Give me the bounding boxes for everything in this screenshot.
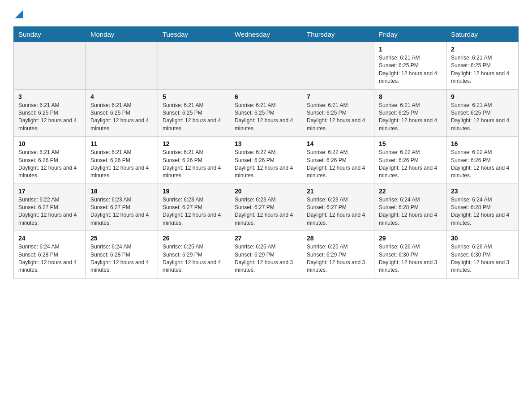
calendar-cell: 12Sunrise: 6:21 AMSunset: 6:26 PMDayligh… bbox=[158, 137, 230, 184]
day-number: 27 bbox=[235, 235, 297, 242]
calendar-cell: 13Sunrise: 6:22 AMSunset: 6:26 PMDayligh… bbox=[230, 137, 302, 184]
calendar-cell: 24Sunrise: 6:24 AMSunset: 6:28 PMDayligh… bbox=[14, 231, 86, 278]
day-info: Sunrise: 6:21 AMSunset: 6:25 PMDaylight:… bbox=[307, 102, 365, 132]
day-number: 30 bbox=[451, 235, 514, 242]
day-info: Sunrise: 6:26 AMSunset: 6:30 PMDaylight:… bbox=[451, 244, 509, 273]
day-info: Sunrise: 6:25 AMSunset: 6:29 PMDaylight:… bbox=[235, 244, 293, 273]
day-number: 25 bbox=[90, 235, 153, 242]
calendar-cell: 21Sunrise: 6:23 AMSunset: 6:27 PMDayligh… bbox=[302, 184, 374, 231]
day-number: 4 bbox=[90, 93, 153, 100]
day-info: Sunrise: 6:21 AMSunset: 6:26 PMDaylight:… bbox=[90, 149, 149, 179]
calendar-cell: 3Sunrise: 6:21 AMSunset: 6:25 PMDaylight… bbox=[14, 89, 86, 137]
calendar-cell: 16Sunrise: 6:22 AMSunset: 6:26 PMDayligh… bbox=[446, 137, 519, 184]
day-number: 15 bbox=[379, 140, 442, 147]
day-info: Sunrise: 6:22 AMSunset: 6:26 PMDaylight:… bbox=[379, 149, 437, 179]
weekday-header-thursday: Thursday bbox=[302, 27, 374, 42]
calendar-cell: 30Sunrise: 6:26 AMSunset: 6:30 PMDayligh… bbox=[446, 231, 519, 278]
day-number: 19 bbox=[163, 188, 225, 195]
day-info: Sunrise: 6:21 AMSunset: 6:25 PMDaylight:… bbox=[163, 102, 221, 132]
day-info: Sunrise: 6:21 AMSunset: 6:25 PMDaylight:… bbox=[235, 102, 293, 132]
weekday-header-friday: Friday bbox=[374, 27, 446, 42]
weekday-header-monday: Monday bbox=[86, 27, 158, 42]
calendar-cell: 22Sunrise: 6:24 AMSunset: 6:28 PMDayligh… bbox=[374, 184, 446, 231]
calendar-cell: 19Sunrise: 6:23 AMSunset: 6:27 PMDayligh… bbox=[158, 184, 230, 231]
day-number: 14 bbox=[307, 140, 369, 147]
calendar-cell: 25Sunrise: 6:24 AMSunset: 6:28 PMDayligh… bbox=[86, 231, 158, 278]
day-info: Sunrise: 6:23 AMSunset: 6:27 PMDaylight:… bbox=[307, 197, 365, 226]
calendar-cell: 26Sunrise: 6:25 AMSunset: 6:29 PMDayligh… bbox=[158, 231, 230, 278]
day-info: Sunrise: 6:21 AMSunset: 6:25 PMDaylight:… bbox=[451, 55, 509, 84]
calendar-cell: 1Sunrise: 6:21 AMSunset: 6:25 PMDaylight… bbox=[374, 42, 446, 90]
calendar-table: SundayMondayTuesdayWednesdayThursdayFrid… bbox=[13, 26, 519, 278]
day-info: Sunrise: 6:22 AMSunset: 6:26 PMDaylight:… bbox=[451, 149, 509, 179]
day-number: 21 bbox=[307, 188, 369, 195]
day-info: Sunrise: 6:24 AMSunset: 6:28 PMDaylight:… bbox=[90, 244, 149, 273]
page-header bbox=[13, 9, 519, 19]
day-number: 16 bbox=[451, 140, 514, 147]
calendar-week-2: 3Sunrise: 6:21 AMSunset: 6:25 PMDaylight… bbox=[14, 89, 519, 137]
calendar-cell: 11Sunrise: 6:21 AMSunset: 6:26 PMDayligh… bbox=[86, 137, 158, 184]
day-number: 9 bbox=[451, 93, 514, 100]
day-info: Sunrise: 6:24 AMSunset: 6:28 PMDaylight:… bbox=[379, 197, 437, 226]
day-info: Sunrise: 6:25 AMSunset: 6:29 PMDaylight:… bbox=[163, 244, 221, 273]
calendar-cell bbox=[230, 42, 302, 90]
logo bbox=[13, 9, 30, 19]
svg-marker-0 bbox=[15, 10, 23, 18]
day-info: Sunrise: 6:21 AMSunset: 6:25 PMDaylight:… bbox=[90, 102, 149, 132]
calendar-cell: 18Sunrise: 6:23 AMSunset: 6:27 PMDayligh… bbox=[86, 184, 158, 231]
day-info: Sunrise: 6:24 AMSunset: 6:28 PMDaylight:… bbox=[18, 244, 77, 273]
day-number: 20 bbox=[235, 188, 297, 195]
day-number: 1 bbox=[379, 46, 442, 53]
day-number: 23 bbox=[451, 188, 514, 195]
day-info: Sunrise: 6:21 AMSunset: 6:26 PMDaylight:… bbox=[163, 149, 221, 179]
calendar-cell: 4Sunrise: 6:21 AMSunset: 6:25 PMDaylight… bbox=[86, 89, 158, 137]
calendar-cell: 27Sunrise: 6:25 AMSunset: 6:29 PMDayligh… bbox=[230, 231, 302, 278]
day-number: 29 bbox=[379, 235, 442, 242]
calendar-cell bbox=[302, 42, 374, 90]
day-info: Sunrise: 6:24 AMSunset: 6:28 PMDaylight:… bbox=[451, 197, 509, 226]
day-number: 3 bbox=[18, 93, 81, 100]
day-number: 22 bbox=[379, 188, 442, 195]
calendar-cell: 10Sunrise: 6:21 AMSunset: 6:26 PMDayligh… bbox=[14, 137, 86, 184]
calendar-cell: 8Sunrise: 6:21 AMSunset: 6:25 PMDaylight… bbox=[374, 89, 446, 137]
calendar-week-1: 1Sunrise: 6:21 AMSunset: 6:25 PMDaylight… bbox=[14, 42, 519, 90]
day-info: Sunrise: 6:23 AMSunset: 6:27 PMDaylight:… bbox=[235, 197, 293, 226]
day-number: 24 bbox=[18, 235, 81, 242]
day-info: Sunrise: 6:23 AMSunset: 6:27 PMDaylight:… bbox=[163, 197, 221, 226]
calendar-cell: 28Sunrise: 6:25 AMSunset: 6:29 PMDayligh… bbox=[302, 231, 374, 278]
day-number: 12 bbox=[163, 140, 225, 147]
day-info: Sunrise: 6:21 AMSunset: 6:25 PMDaylight:… bbox=[379, 55, 437, 84]
day-info: Sunrise: 6:21 AMSunset: 6:25 PMDaylight:… bbox=[451, 102, 509, 132]
weekday-header-row: SundayMondayTuesdayWednesdayThursdayFrid… bbox=[14, 27, 519, 42]
day-number: 28 bbox=[307, 235, 369, 242]
day-info: Sunrise: 6:26 AMSunset: 6:30 PMDaylight:… bbox=[379, 244, 437, 273]
calendar-cell: 17Sunrise: 6:22 AMSunset: 6:27 PMDayligh… bbox=[14, 184, 86, 231]
day-info: Sunrise: 6:22 AMSunset: 6:27 PMDaylight:… bbox=[18, 197, 77, 226]
weekday-header-saturday: Saturday bbox=[446, 27, 519, 42]
calendar-cell bbox=[86, 42, 158, 90]
calendar-cell: 6Sunrise: 6:21 AMSunset: 6:25 PMDaylight… bbox=[230, 89, 302, 137]
calendar-cell: 9Sunrise: 6:21 AMSunset: 6:25 PMDaylight… bbox=[446, 89, 519, 137]
day-number: 2 bbox=[451, 46, 514, 53]
day-number: 26 bbox=[163, 235, 225, 242]
weekday-header-sunday: Sunday bbox=[14, 27, 86, 42]
calendar-cell: 15Sunrise: 6:22 AMSunset: 6:26 PMDayligh… bbox=[374, 137, 446, 184]
day-info: Sunrise: 6:21 AMSunset: 6:25 PMDaylight:… bbox=[18, 102, 77, 132]
day-number: 17 bbox=[18, 188, 81, 195]
day-info: Sunrise: 6:21 AMSunset: 6:26 PMDaylight:… bbox=[18, 149, 77, 179]
calendar-cell: 23Sunrise: 6:24 AMSunset: 6:28 PMDayligh… bbox=[446, 184, 519, 231]
weekday-header-wednesday: Wednesday bbox=[230, 27, 302, 42]
day-number: 13 bbox=[235, 140, 297, 147]
logo-triangle-icon bbox=[15, 10, 23, 20]
day-info: Sunrise: 6:22 AMSunset: 6:26 PMDaylight:… bbox=[307, 149, 365, 179]
day-number: 10 bbox=[18, 140, 81, 147]
day-info: Sunrise: 6:21 AMSunset: 6:25 PMDaylight:… bbox=[379, 102, 437, 132]
calendar-week-4: 17Sunrise: 6:22 AMSunset: 6:27 PMDayligh… bbox=[14, 184, 519, 231]
day-number: 7 bbox=[307, 93, 369, 100]
calendar-week-3: 10Sunrise: 6:21 AMSunset: 6:26 PMDayligh… bbox=[14, 137, 519, 184]
day-number: 6 bbox=[235, 93, 297, 100]
day-info: Sunrise: 6:23 AMSunset: 6:27 PMDaylight:… bbox=[90, 197, 149, 226]
calendar-cell: 14Sunrise: 6:22 AMSunset: 6:26 PMDayligh… bbox=[302, 137, 374, 184]
calendar-cell: 20Sunrise: 6:23 AMSunset: 6:27 PMDayligh… bbox=[230, 184, 302, 231]
calendar-cell: 2Sunrise: 6:21 AMSunset: 6:25 PMDaylight… bbox=[446, 42, 519, 90]
